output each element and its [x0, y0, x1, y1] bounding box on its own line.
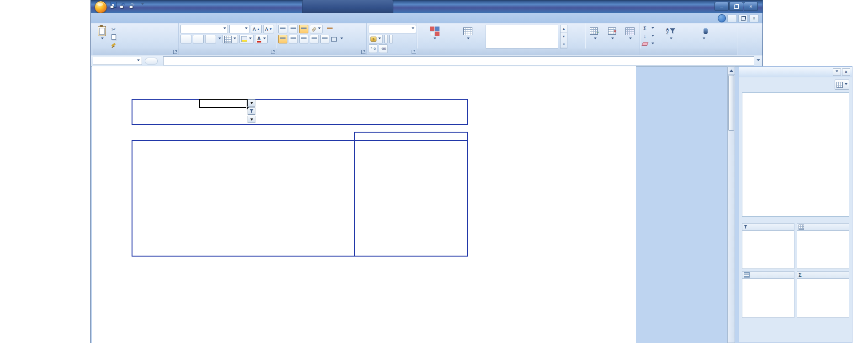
decrease-decimal-button[interactable]: ·00	[379, 44, 388, 53]
dialog-launcher-icon[interactable]	[412, 50, 416, 54]
scissors-icon: ✂	[111, 27, 116, 32]
vertical-scrollbar[interactable]	[727, 66, 735, 343]
group-number: $ ⁺·0 ·00	[367, 23, 417, 55]
italic-button[interactable]	[193, 35, 204, 43]
accounting-format-button[interactable]: $	[369, 35, 383, 43]
orientation-icon: ab	[311, 26, 317, 32]
field-list-close-button[interactable]: ×	[842, 68, 850, 76]
fill-button[interactable]: ↓	[642, 32, 654, 40]
restore-button[interactable]	[729, 2, 743, 11]
field-list-options-button[interactable]	[833, 68, 841, 76]
help-button[interactable]	[718, 14, 726, 22]
restore-icon	[741, 16, 746, 21]
window-controls: – ×	[715, 2, 758, 11]
chevron-down-icon	[245, 27, 248, 31]
filter-dropdown-mes[interactable]	[248, 107, 255, 115]
office-button[interactable]	[95, 1, 107, 13]
shrink-font-button[interactable]: A▼	[263, 25, 274, 33]
align-right-button[interactable]	[299, 35, 308, 43]
increase-indent-button[interactable]	[320, 35, 329, 43]
binoculars-icon	[699, 28, 708, 34]
chevron-down-icon	[233, 38, 236, 41]
cut-button[interactable]: ✂	[111, 26, 118, 33]
format-as-table-icon	[462, 26, 473, 37]
number-format-combo[interactable]	[369, 25, 416, 33]
keytip-1	[110, 5, 114, 8]
keytip-3	[129, 5, 133, 8]
formula-bar-expand-icon[interactable]	[757, 59, 760, 63]
quick-access-toolbar: ↶ ↷	[109, 1, 146, 9]
clear-button[interactable]	[642, 40, 654, 48]
merge-center-button[interactable]	[331, 36, 343, 43]
font-name-combo[interactable]	[180, 25, 228, 33]
close-button[interactable]: ×	[744, 2, 758, 11]
increase-decimal-button[interactable]: ⁺·0	[369, 44, 377, 53]
bold-button[interactable]	[180, 35, 191, 43]
scrollbar-thumb[interactable]	[728, 75, 734, 131]
undo-button[interactable]: ↶	[119, 1, 127, 9]
group-title-editing	[640, 48, 737, 55]
name-box[interactable]	[93, 57, 142, 65]
gallery-scrollbar[interactable]: ▲▼≡	[560, 25, 567, 48]
choose-fields-label	[742, 80, 835, 90]
comma-button[interactable]	[389, 35, 393, 43]
chevron-down-icon	[836, 70, 838, 74]
decrease-indent-button[interactable]	[310, 35, 319, 43]
format-painter-button[interactable]	[111, 41, 118, 48]
align-top-button[interactable]	[278, 25, 287, 33]
wrap-text-icon	[327, 26, 333, 32]
align-bottom-button[interactable]	[299, 25, 308, 33]
field-list-layout-button[interactable]	[835, 80, 849, 90]
align-middle-button[interactable]	[289, 25, 298, 33]
fill-color-button[interactable]	[239, 35, 254, 43]
chevron-down-icon	[629, 38, 632, 41]
align-center-button[interactable]	[289, 35, 298, 43]
conditional-formatting-button[interactable]	[419, 25, 450, 48]
percent-button[interactable]	[384, 35, 388, 43]
workbook-close-button[interactable]: ×	[749, 15, 759, 22]
borders-icon	[224, 36, 232, 43]
sigma-icon: Σ	[799, 272, 802, 278]
scroll-up-icon[interactable]	[728, 67, 735, 75]
sort-filter-button[interactable]: AZ	[656, 25, 685, 48]
wrap-text-button[interactable]	[327, 26, 334, 33]
format-as-table-button[interactable]	[452, 25, 484, 48]
orientation-button[interactable]: ab	[310, 25, 323, 33]
font-size-combo[interactable]	[229, 25, 249, 33]
dialog-launcher-icon[interactable]	[361, 50, 365, 54]
pivot-table-outline	[132, 140, 468, 257]
workbook-restore-button[interactable]	[738, 15, 748, 22]
dialog-launcher-icon[interactable]	[173, 50, 177, 54]
pivot-field-list-panel: × Σ	[739, 66, 852, 343]
font-color-button[interactable]: A	[255, 35, 268, 43]
find-select-button[interactable]	[687, 25, 720, 48]
filter-dropdown-ano[interactable]	[248, 99, 255, 107]
group-title-cells	[585, 48, 640, 55]
redo-button[interactable]: ↷	[128, 1, 137, 9]
autosum-button[interactable]: Σ	[642, 25, 654, 32]
group-styles: ▲▼≡	[417, 23, 585, 55]
filter-dropdown-dia[interactable]	[248, 116, 255, 123]
align-left-button[interactable]	[278, 35, 287, 43]
delete-cells-button[interactable]: ×	[605, 25, 619, 48]
chevron-down-icon	[101, 38, 104, 41]
drop-zones: Σ	[739, 222, 852, 319]
borders-button[interactable]	[222, 35, 238, 43]
insert-cells-button[interactable]: →	[588, 25, 602, 48]
formula-input[interactable]	[163, 56, 754, 65]
grow-font-button[interactable]: A▲	[251, 25, 262, 33]
save-button[interactable]	[109, 1, 117, 9]
underline-button[interactable]	[205, 35, 216, 43]
minimize-button[interactable]: –	[715, 2, 729, 11]
chevron-down-icon	[318, 27, 321, 31]
workbook-minimize-button[interactable]: –	[727, 15, 737, 22]
worksheet	[92, 66, 636, 343]
chevron-down-icon	[340, 38, 343, 41]
copy-button[interactable]	[111, 33, 118, 41]
chevron-down-icon	[263, 38, 266, 41]
paste-button[interactable]	[95, 25, 109, 48]
format-cells-button[interactable]	[623, 25, 637, 48]
dialog-launcher-icon[interactable]	[271, 50, 275, 54]
qat-customize-button[interactable]	[138, 1, 146, 9]
merge-center-icon	[331, 36, 337, 42]
